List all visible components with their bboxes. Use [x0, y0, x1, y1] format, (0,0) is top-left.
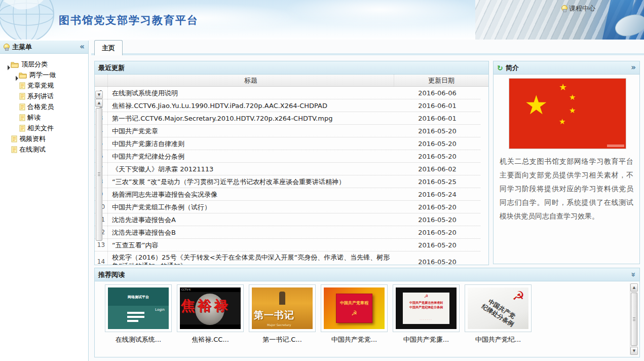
row-title[interactable]: 校党字（2016）25号《关于转发<关于在全体党员中深入开展“亮身份、作承诺、当…	[108, 251, 394, 265]
recommend-thumb-jiaoyulu[interactable]: CCTV-6 焦裕禄	[177, 284, 244, 332]
column-title[interactable]: 标题	[108, 75, 394, 86]
thumb-label[interactable]: 焦裕禄.CC...	[177, 335, 244, 344]
sidebar-collapse-icon[interactable]: «	[80, 43, 85, 51]
recent-updates-panel: 最近更新 标题 更新日期 1在线测试系统使用说明2016-06-06 2焦裕禄.…	[94, 61, 489, 265]
table-header: 标题 更新日期	[95, 75, 488, 87]
table-row[interactable]: 10中国共产党党组工作条例（试行）2016-05-20	[95, 201, 480, 213]
thumb-art-title: 焦裕禄	[181, 297, 241, 315]
sidebar-title: 主菜单	[12, 43, 32, 52]
tab-home[interactable]: 主页	[94, 40, 123, 55]
row-title[interactable]: 中国共产党廉洁自律准则	[108, 137, 394, 150]
thumb-label[interactable]: 在线测试系统...	[105, 335, 172, 344]
thumb-label[interactable]: 中国共产党党...	[321, 335, 388, 344]
thumb-label[interactable]: 中国共产党纪...	[465, 335, 532, 344]
sidebar-item-xiangguan-wenjian[interactable]: 相关文件	[3, 123, 86, 133]
lightbulb-icon	[4, 44, 9, 51]
row-title[interactable]: 焦裕禄.CCTV6.Jiao.Yu.Lu.1990.HDTV.iPad.720p…	[108, 99, 394, 112]
scroll-up-arrow[interactable]: ▲	[630, 283, 638, 292]
intro-panel: ↻ 简介 » ★ ★ ★ ★ ★ 机关二总支图书馆支部网络学习教育平台主要面向支…	[493, 61, 640, 264]
table-row[interactable]: 12沈浩先进事迹报告会B2016-05-20	[95, 226, 480, 239]
folder-open-icon	[11, 61, 19, 68]
row-title[interactable]: 中国共产党党章	[108, 125, 394, 137]
recommend-thumb-online-test[interactable]: 网络测试平台 Login	[105, 284, 172, 332]
hammer-sickle-icon: ☭	[403, 294, 449, 299]
table-row[interactable]: 2焦裕禄.CCTV6.Jiao.Yu.Lu.1990.HDTV.iPad.720…	[95, 99, 480, 112]
flag-small-star: ★	[569, 107, 576, 115]
table-row[interactable]: 14校党字（2016）25号《关于转发<关于在全体党员中深入开展“亮身份、作承诺…	[95, 251, 480, 265]
row-title[interactable]: 第一书记.CCTV6.Major.Secretary.2010.HDTV.720…	[108, 112, 394, 124]
recommend-thumb-tiaoli[interactable]: ☭ 中国共产党 纪律处分条例	[465, 284, 532, 332]
row-date: 2016-06-06	[394, 87, 480, 99]
table-row[interactable]: 4中国共产党党章2016-05-20	[95, 125, 480, 137]
table-row[interactable]: 6中国共产党纪律处分条例2016-05-20	[95, 150, 480, 163]
column-index	[95, 75, 108, 86]
intro-text: 机关二总支图书馆支部网络学习教育平台主要面向支部党员提供学习相关素材，不同学习阶…	[500, 155, 633, 223]
row-title[interactable]: “三农”发展 “改”是动力（学习贯彻习近平总书记农村改革座谈会重要讲话精神）	[108, 175, 394, 188]
row-title[interactable]: 中国共产党党组工作条例（试行）	[108, 201, 394, 213]
tree-label: 视频资料	[19, 134, 46, 143]
intro-body: ★ ★ ★ ★ ★ 机关二总支图书馆支部网络学习教育平台主要面向支部党员提供学习…	[494, 75, 639, 264]
sidebar-item-jiedu[interactable]: 解读	[3, 112, 86, 123]
scroll-up-arrow[interactable]: ▲	[95, 99, 103, 107]
online-test-thumbnail: 网络测试平台 Login	[108, 287, 169, 329]
row-index: 14	[95, 251, 108, 265]
row-title[interactable]: 中国共产党纪律处分条例	[108, 150, 394, 162]
lightbulb-icon	[561, 5, 567, 12]
sidebar-item-zaixian-ceshi[interactable]: 在线测试	[3, 144, 86, 155]
table-row[interactable]: 13“五查五看”内容2016-05-20	[95, 239, 480, 251]
document-icon	[11, 146, 17, 153]
flag-small-star: ★	[569, 94, 576, 101]
row-title[interactable]: “五查五看”内容	[108, 239, 394, 251]
table-row[interactable]: 11沈浩先进事迹报告会A2016-05-20	[95, 213, 480, 226]
sidebar-item-top-category[interactable]: 顶层分类	[3, 59, 86, 69]
sidebar-item-hege-dangyuan[interactable]: 合格党员	[3, 101, 86, 112]
row-date: 2016-05-20	[394, 251, 480, 265]
recommend-thumb-zhangcheng[interactable]: 中国共产党章程 ☭	[321, 284, 388, 332]
china-flag-image: ★ ★ ★ ★ ★	[509, 79, 626, 149]
thumb-label[interactable]: 中国共产党廉...	[393, 335, 460, 344]
tiaoli-thumbnail: ☭ 中国共产党 纪律处分条例	[468, 287, 528, 329]
recommend-scrollbar[interactable]: ▲ ▼	[630, 283, 638, 355]
row-title[interactable]: 沈浩先进事迹报告会B	[108, 226, 394, 238]
thumb-art-title: 第一书记	[254, 309, 294, 322]
table-row[interactable]: 7《天下安徽人》胡承霖 201211132016-06-02	[95, 163, 480, 175]
scrollbar-thumb[interactable]	[96, 108, 102, 241]
sidebar-item-xilie-jianghua[interactable]: 系列讲话	[3, 91, 86, 101]
row-title[interactable]: 《天下安徽人》胡承霖 20121113	[108, 163, 394, 175]
table-row[interactable]: 1在线测试系统使用说明2016-06-06	[95, 87, 480, 99]
row-title[interactable]: 沈浩先进事迹报告会A	[108, 213, 394, 226]
row-date: 2016-05-20	[394, 201, 480, 213]
scroll-down-arrow[interactable]: ▼	[630, 347, 638, 355]
refresh-icon[interactable]: ↻	[497, 64, 503, 72]
row-date: 2016-05-20	[394, 137, 480, 150]
sidebar-item-liangxue-yizuo[interactable]: 两学一做	[3, 69, 86, 80]
table-row[interactable]: 8“三农”发展 “改”是动力（学习贯彻习近平总书记农村改革座谈会重要讲话精神）2…	[95, 175, 480, 188]
course-center-label: 课程中心	[569, 4, 595, 13]
document-icon	[19, 82, 25, 89]
intro-collapse-icon[interactable]: »	[631, 64, 636, 71]
course-center-link[interactable]: 课程中心	[561, 4, 595, 13]
sidebar-item-dangzhang-danggui[interactable]: 党章党规	[3, 80, 86, 91]
recommend-collapse-icon[interactable]: »	[630, 272, 637, 277]
hammer-sickle-icon: ☭	[336, 309, 372, 317]
row-title[interactable]: 在线测试系统使用说明	[108, 87, 394, 99]
main-area: 主页 最近更新 标题 更新日期 1在线测试系统使用说明2016-06-06 2焦…	[89, 40, 644, 361]
table-row[interactable]: 5中国共产党廉洁自律准则2016-05-20	[95, 137, 480, 150]
recommend-thumb-diyishuji[interactable]: 第一书记 Major Secretary	[249, 284, 316, 332]
table-row[interactable]: 9杨善洲同志先进事迹报告会实况录像2016-05-24	[95, 188, 480, 201]
scrollbar-thumb[interactable]	[631, 293, 637, 346]
recommend-thumb-zhunze[interactable]: ☭ 中国共产党廉洁自律准则 中国共产党纪律处分条例 ·······	[393, 284, 460, 332]
row-date: 2016-05-20	[394, 213, 480, 226]
recommend-title: 推荐阅读	[98, 270, 125, 279]
flag-watermark	[607, 145, 624, 147]
sidebar-item-shipin-ziliao[interactable]: 视频资料	[3, 133, 86, 144]
scroll-down-arrow[interactable]: ▼	[95, 91, 103, 99]
thumb-label[interactable]: 第一书记.C...	[249, 335, 316, 344]
column-date[interactable]: 更新日期	[394, 75, 488, 86]
thumb-art-subtitle: Major Secretary	[267, 323, 291, 327]
row-title[interactable]: 杨善洲同志先进事迹报告会实况录像	[108, 188, 394, 200]
thumb-art-subtitle: 中国共产党纪律处分条例	[403, 305, 449, 310]
row-date: 2016-05-20	[394, 125, 480, 137]
table-row[interactable]: 3第一书记.CCTV6.Major.Secretary.2010.HDTV.72…	[95, 112, 480, 125]
thumb-channel-logo: CCTV-6	[181, 288, 191, 291]
